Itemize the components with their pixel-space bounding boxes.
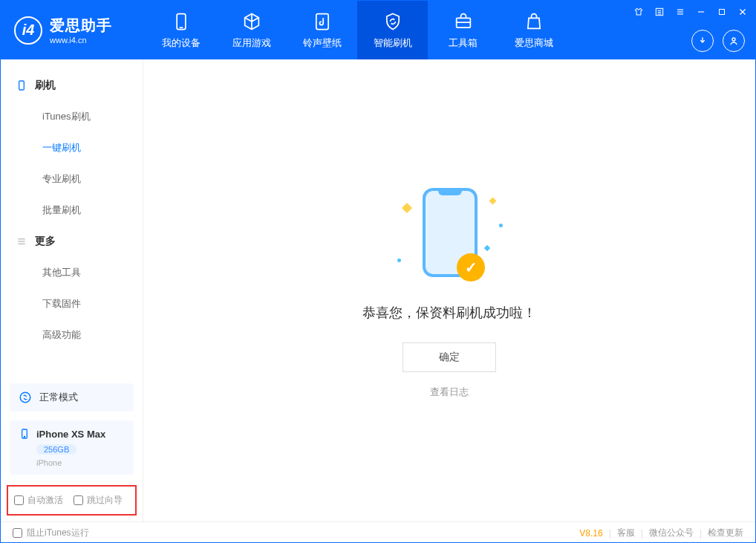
maximize-button[interactable]	[715, 5, 729, 19]
success-message: 恭喜您，保资料刷机成功啦！	[362, 304, 536, 322]
illus-phone-notch	[438, 188, 462, 195]
auto-activate-checkbox[interactable]: 自动激活	[14, 494, 63, 507]
block-itunes-checkbox[interactable]: 阻止iTunes运行	[13, 527, 89, 539]
sidebar-item-batch-flash[interactable]: 批量刷机	[1, 195, 143, 226]
view-log-link[interactable]: 查看日志	[430, 386, 469, 399]
separator: |	[700, 528, 702, 539]
mode-label: 正常模式	[39, 391, 78, 404]
illus-dot-icon	[499, 224, 503, 227]
sidebar-item-one-click-flash[interactable]: 一键刷机	[1, 132, 143, 163]
tab-label: 应用游戏	[232, 36, 271, 50]
svg-rect-2	[316, 13, 328, 29]
success-illustration: ✓	[375, 182, 524, 286]
tab-smart-flash[interactable]: 智能刷机	[357, 1, 428, 59]
logo-area: i4 爱思助手 www.i4.cn	[1, 16, 146, 45]
user-button[interactable]	[723, 30, 745, 52]
tab-label: 我的设备	[162, 36, 201, 50]
footer-link-wechat[interactable]: 微信公众号	[649, 527, 694, 539]
sidebar-item-advanced[interactable]: 高级功能	[1, 319, 143, 351]
refresh-shield-icon	[382, 11, 403, 32]
sidebar-header-more: 更多	[1, 226, 143, 257]
svg-rect-16	[19, 81, 25, 90]
list-icon[interactable]	[674, 5, 687, 19]
tab-my-device[interactable]: 我的设备	[146, 1, 216, 59]
device-type: iPhone	[36, 458, 125, 467]
footer-right: V8.16 | 客服 | 微信公众号 | 检查更新	[579, 527, 743, 539]
device-name: iPhone XS Max	[36, 429, 105, 440]
separator: |	[641, 528, 643, 539]
shirt-icon[interactable]	[632, 5, 645, 19]
tab-apps-games[interactable]: 应用游戏	[216, 1, 287, 59]
body-area: 刷机 iTunes刷机 一键刷机 专业刷机 批量刷机 更多 其他工具 下载固件 …	[1, 59, 755, 521]
illus-spark-icon	[489, 198, 497, 205]
auto-activate-label: 自动激活	[27, 494, 63, 507]
sidebar-item-pro-flash[interactable]: 专业刷机	[1, 163, 143, 195]
footer-link-support[interactable]: 客服	[617, 527, 635, 539]
skip-guide-input[interactable]	[74, 495, 83, 505]
music-file-icon	[312, 11, 333, 32]
auto-activate-input[interactable]	[14, 495, 24, 505]
app-name-cn: 爱思助手	[50, 16, 112, 36]
illus-spark-icon	[484, 245, 490, 251]
nav-tabs: 我的设备 应用游戏 铃声壁纸 智能刷机 工具箱 爱思商城	[146, 1, 569, 59]
footer: 阻止iTunes运行 V8.16 | 客服 | 微信公众号 | 检查更新	[1, 521, 755, 543]
sync-icon	[19, 391, 32, 404]
block-itunes-input[interactable]	[13, 528, 22, 538]
cube-icon	[241, 11, 262, 32]
tab-label: 智能刷机	[374, 36, 412, 50]
header-right-buttons	[691, 30, 745, 52]
tab-store[interactable]: 爱思商城	[498, 1, 569, 59]
illus-dot-icon	[397, 259, 401, 262]
phone-icon	[171, 11, 192, 32]
window-controls	[632, 5, 749, 19]
skip-guide-checkbox[interactable]: 跳过向导	[74, 494, 123, 507]
svg-point-22	[24, 436, 25, 437]
version-label: V8.16	[579, 528, 602, 539]
main-content: ✓ 恭喜您，保资料刷机成功啦！ 确定 查看日志	[143, 59, 755, 521]
app-name-en: www.i4.cn	[50, 36, 112, 45]
tab-label: 工具箱	[449, 36, 478, 50]
ok-button[interactable]: 确定	[403, 342, 496, 372]
menu-box-icon[interactable]	[653, 5, 666, 19]
device-card[interactable]: iPhone XS Max 256GB iPhone	[10, 420, 134, 475]
device-name-row: iPhone XS Max	[19, 428, 125, 440]
sidebar-item-other-tools[interactable]: 其他工具	[1, 257, 143, 288]
illus-spark-icon	[402, 203, 412, 213]
minimize-button[interactable]	[694, 5, 708, 19]
sidebar-item-itunes-flash[interactable]: iTunes刷机	[1, 101, 143, 132]
list-small-icon	[16, 235, 27, 247]
sidebar-header-flash: 刷机	[1, 70, 143, 101]
flash-options-row: 自动激活 跳过向导	[7, 485, 137, 516]
sidebar: 刷机 iTunes刷机 一键刷机 专业刷机 批量刷机 更多 其他工具 下载固件 …	[1, 59, 143, 521]
svg-point-20	[20, 392, 30, 403]
sidebar-section-flash: 刷机 iTunes刷机 一键刷机 专业刷机 批量刷机	[1, 70, 143, 226]
tab-toolbox[interactable]: 工具箱	[428, 1, 498, 59]
svg-point-15	[732, 38, 735, 41]
download-button[interactable]	[691, 30, 714, 52]
app-logo-icon: i4	[14, 16, 42, 45]
sidebar-item-download-firmware[interactable]: 下载固件	[1, 288, 143, 319]
phone-small-icon	[16, 79, 27, 91]
tab-label: 爱思商城	[515, 36, 553, 50]
section-title: 刷机	[35, 79, 56, 92]
separator: |	[609, 528, 611, 539]
block-itunes-label: 阻止iTunes运行	[27, 527, 89, 539]
toolbox-icon	[453, 11, 474, 32]
footer-link-update[interactable]: 检查更新	[708, 527, 743, 539]
skip-guide-label: 跳过向导	[87, 494, 123, 507]
svg-rect-12	[720, 10, 725, 15]
device-mode-box[interactable]: 正常模式	[10, 383, 134, 412]
device-phone-icon	[19, 428, 30, 440]
section-title: 更多	[35, 235, 56, 248]
close-button[interactable]	[736, 5, 749, 19]
sidebar-section-more: 更多 其他工具 下载固件 高级功能	[1, 226, 143, 351]
check-badge-icon: ✓	[457, 253, 485, 282]
app-title: 爱思助手 www.i4.cn	[50, 16, 112, 45]
bag-icon	[524, 11, 544, 32]
app-header: i4 爱思助手 www.i4.cn 我的设备 应用游戏 铃声壁纸 智能刷机 工具…	[1, 1, 755, 59]
device-capacity: 256GB	[36, 444, 76, 455]
tab-ringtones-wallpapers[interactable]: 铃声壁纸	[287, 1, 357, 59]
tab-label: 铃声壁纸	[303, 36, 342, 50]
